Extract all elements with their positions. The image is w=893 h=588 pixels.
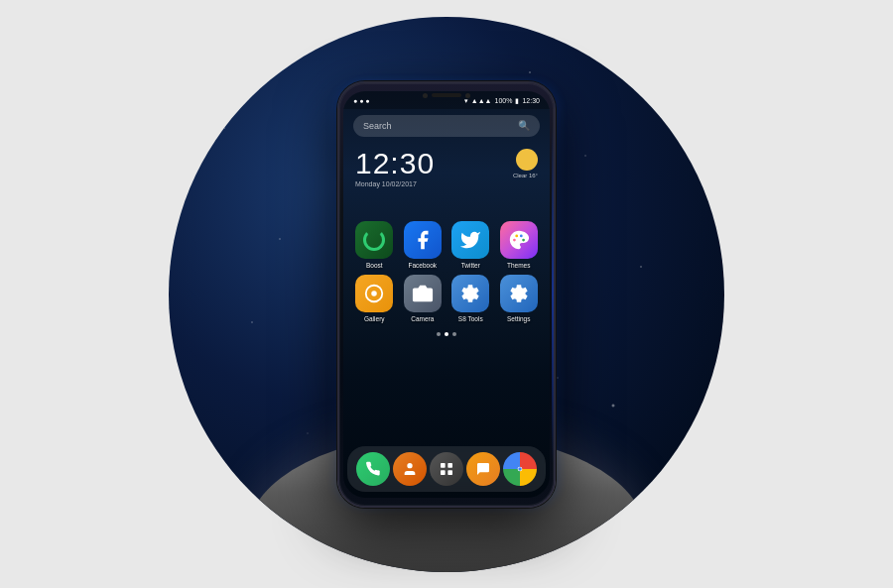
notch-speaker bbox=[432, 93, 461, 97]
svg-point-0 bbox=[513, 238, 516, 241]
signal-icon: ▲▲▲ bbox=[471, 97, 492, 104]
app-grid-row1: Boost Facebook bbox=[343, 191, 550, 328]
weather-label: Clear 16° bbox=[513, 173, 538, 178]
svg-point-2 bbox=[520, 234, 523, 237]
facebook-label: Facebook bbox=[408, 262, 437, 269]
dock-messages[interactable] bbox=[466, 452, 500, 486]
s8tools-label: S8 Tools bbox=[458, 315, 483, 322]
messages-icon bbox=[475, 461, 491, 477]
page-dots bbox=[343, 332, 550, 336]
svg-rect-10 bbox=[447, 463, 452, 468]
settings-icon bbox=[500, 275, 538, 312]
contacts-icon bbox=[402, 461, 418, 477]
date-display: Monday 10/02/2017 bbox=[355, 180, 513, 187]
svg-point-5 bbox=[419, 291, 426, 297]
camera-logo bbox=[412, 283, 434, 304]
settings-logo bbox=[508, 283, 530, 304]
status-right: ▾ ▲▲▲ 100% ▮ 12:30 bbox=[464, 97, 540, 105]
svg-point-1 bbox=[515, 234, 518, 237]
svg-rect-12 bbox=[447, 470, 452, 475]
battery-text: 100% bbox=[495, 97, 513, 104]
scene: ● ● ● ▾ ▲▲▲ 100% ▮ 12:30 Search 🔍 bbox=[159, 7, 734, 582]
gallery-icon bbox=[355, 275, 393, 312]
app-boost[interactable]: Boost bbox=[353, 221, 396, 269]
dot-3 bbox=[452, 332, 456, 336]
status-dots: ● ● ● bbox=[353, 97, 370, 104]
apps-icon bbox=[439, 461, 454, 477]
app-facebook[interactable]: Facebook bbox=[402, 221, 445, 269]
boost-label: Boost bbox=[366, 262, 383, 269]
themes-icon bbox=[500, 221, 538, 259]
boost-icon bbox=[355, 221, 393, 259]
s8tools-logo bbox=[459, 283, 481, 304]
facebook-logo bbox=[412, 229, 434, 251]
app-gallery[interactable]: Gallery bbox=[353, 275, 396, 322]
svg-point-8 bbox=[408, 463, 413, 468]
twitter-logo bbox=[459, 229, 481, 251]
phone-dock bbox=[347, 446, 546, 492]
facebook-icon bbox=[404, 221, 442, 259]
twitter-label: Twitter bbox=[461, 262, 480, 269]
weather-widget: Clear 16° bbox=[513, 149, 538, 178]
svg-point-14 bbox=[518, 467, 522, 471]
boost-ring bbox=[363, 229, 385, 251]
battery-icon: ▮ bbox=[515, 97, 519, 105]
clock-display: 12:30 bbox=[355, 149, 513, 178]
dock-phone[interactable] bbox=[356, 452, 390, 486]
phone-notch bbox=[423, 93, 470, 98]
app-twitter[interactable]: Twitter bbox=[449, 221, 492, 269]
settings-label: Settings bbox=[507, 315, 531, 322]
themes-logo bbox=[508, 229, 530, 251]
twitter-icon bbox=[451, 221, 489, 259]
gallery-logo bbox=[363, 283, 385, 304]
app-themes[interactable]: Themes bbox=[498, 221, 541, 269]
status-left: ● ● ● bbox=[353, 97, 370, 104]
phone-icon bbox=[365, 461, 381, 477]
app-camera[interactable]: Camera bbox=[402, 275, 445, 322]
wifi-icon: ▾ bbox=[464, 97, 468, 105]
notch-sensor bbox=[465, 93, 470, 98]
themes-label: Themes bbox=[507, 262, 530, 269]
search-icon: 🔍 bbox=[518, 120, 530, 131]
gallery-label: Gallery bbox=[364, 315, 385, 322]
time-info: 12:30 Monday 10/02/2017 bbox=[355, 149, 513, 187]
camera-label: Camera bbox=[411, 315, 434, 322]
notch-camera bbox=[423, 93, 428, 98]
search-bar[interactable]: Search 🔍 bbox=[353, 115, 540, 137]
weather-sun-icon bbox=[516, 149, 538, 171]
dot-2 bbox=[445, 332, 448, 336]
chrome-icon bbox=[513, 462, 527, 476]
status-time: 12:30 bbox=[522, 97, 540, 104]
phone-mockup: ● ● ● ▾ ▲▲▲ 100% ▮ 12:30 Search 🔍 bbox=[337, 81, 556, 508]
svg-point-4 bbox=[372, 291, 378, 296]
svg-rect-11 bbox=[441, 470, 446, 475]
dot-1 bbox=[437, 332, 441, 336]
svg-rect-9 bbox=[441, 463, 446, 468]
app-s8tools[interactable]: S8 Tools bbox=[449, 275, 492, 322]
app-settings[interactable]: Settings bbox=[498, 275, 541, 322]
camera-icon bbox=[404, 275, 442, 312]
svg-point-3 bbox=[522, 238, 525, 241]
dock-contacts[interactable] bbox=[393, 452, 427, 486]
time-section: 12:30 Monday 10/02/2017 Clear 16° bbox=[343, 141, 550, 191]
dock-chrome[interactable] bbox=[503, 452, 537, 486]
search-placeholder: Search bbox=[363, 121, 392, 131]
s8tools-icon bbox=[451, 275, 489, 312]
phone-body: ● ● ● ▾ ▲▲▲ 100% ▮ 12:30 Search 🔍 bbox=[337, 81, 556, 508]
phone-screen: ● ● ● ▾ ▲▲▲ 100% ▮ 12:30 Search 🔍 bbox=[343, 91, 550, 498]
dock-apps[interactable] bbox=[430, 452, 463, 486]
